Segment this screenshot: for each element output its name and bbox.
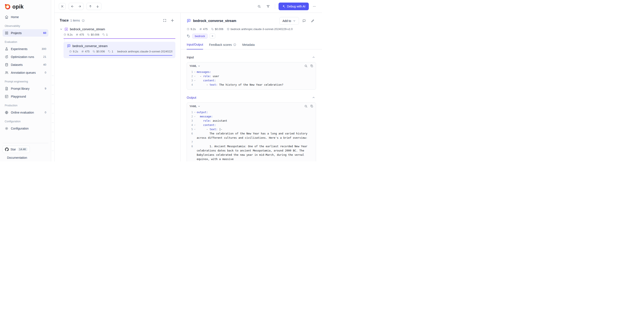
- fold-chevron-icon[interactable]: [193, 123, 197, 127]
- coins-icon: [87, 33, 90, 36]
- sidebar-item-experiments[interactable]: Experiments 300: [2, 45, 48, 53]
- nav-section-evaluation: Evaluation: [5, 40, 46, 44]
- coins-icon: [92, 50, 95, 53]
- sidebar-item-projects[interactable]: Projects 60: [2, 29, 48, 37]
- detail-tags-row: bedrock: [187, 34, 316, 38]
- chevron-up-icon: [312, 56, 315, 59]
- sidebar-item-label: Annotation queues: [11, 71, 36, 74]
- copy-icon[interactable]: [310, 104, 313, 108]
- next-trace-button[interactable]: [76, 3, 83, 10]
- edit-button[interactable]: [309, 18, 316, 24]
- line-number: 8: [190, 144, 193, 161]
- tab-input-output[interactable]: Input/Output: [187, 43, 203, 50]
- sidebar-item-online-evaluation[interactable]: Online evaluation 0: [2, 109, 48, 116]
- chevron-down-icon[interactable]: [60, 28, 63, 31]
- add-tag-button[interactable]: [210, 34, 215, 38]
- tab-metadata[interactable]: Metadata: [242, 43, 255, 49]
- brand-logo[interactable]: opik: [2, 3, 48, 13]
- sparkle-icon: [282, 5, 285, 8]
- content-area: Trace 1 items: [54, 13, 322, 162]
- sidebar-item-count: 0: [45, 71, 46, 74]
- panel-resize-rail[interactable]: [51, 0, 54, 162]
- comments-button[interactable]: [301, 18, 308, 24]
- sidebar-item-optimization-runs[interactable]: Optimization runs 21: [2, 53, 48, 60]
- code-line: 2 - role: user: [190, 74, 313, 78]
- sidebar-item-home[interactable]: Home: [2, 13, 48, 21]
- line-number: 2: [190, 114, 193, 119]
- search-icon: [258, 5, 261, 8]
- more-actions-button[interactable]: [311, 3, 318, 10]
- expand-all-button[interactable]: [162, 18, 168, 24]
- span-row-selected[interactable]: bedrock_converse_stream 9.2s 475: [64, 42, 176, 58]
- clock-icon: [187, 28, 190, 30]
- tag-chip-bedrock[interactable]: bedrock: [192, 34, 208, 38]
- trace-tree-actions: [162, 18, 176, 24]
- tab-feedback-scores[interactable]: Feedback scores: [209, 43, 236, 49]
- duration-metric: 9.2s: [64, 33, 73, 36]
- tag-icon: [108, 50, 110, 53]
- previous-trace-button[interactable]: [69, 3, 76, 10]
- output-yaml: 1 output: 2 message: 3: [187, 109, 316, 162]
- sidebar-item-annotation-queues[interactable]: Annotation queues 0: [2, 69, 48, 76]
- optimization-runs-icon: [5, 55, 8, 59]
- trace-panel-header: Trace 1 items: [60, 18, 176, 24]
- code-line: 4 content:: [190, 123, 313, 127]
- copy-icon[interactable]: [310, 64, 313, 68]
- trace-panel-title: Trace: [60, 18, 68, 22]
- sidebar-item-prompt-library[interactable]: Prompt library 9: [2, 85, 48, 92]
- line-number: 5: [190, 127, 193, 132]
- app-root: opik Home Observability Projects 60 Eval…: [0, 0, 322, 162]
- debug-with-ai-button[interactable]: Debug with AI: [278, 2, 309, 10]
- fold-chevron-icon[interactable]: [193, 114, 197, 119]
- input-yaml: 1 messages: 2 - role: user 3: [187, 69, 316, 90]
- trace-root-metadata: 9.2s 475 $0.006 1: [64, 33, 176, 36]
- sidebar-item-playground[interactable]: Playground: [2, 93, 48, 100]
- nav-section-production: Production: [5, 104, 46, 107]
- input-code-header: YAML: [187, 62, 316, 69]
- up-down-group: [86, 3, 102, 10]
- focus-selected-button[interactable]: [170, 18, 176, 24]
- collapse-input-button[interactable]: [311, 54, 316, 60]
- filter-button[interactable]: [265, 3, 272, 10]
- sidebar-item-documentation[interactable]: Documentation: [2, 156, 48, 159]
- trace-type-icon: [64, 27, 68, 31]
- tokens-metric: 475: [76, 33, 84, 36]
- fold-chevron-icon[interactable]: [193, 74, 197, 78]
- add-to-button[interactable]: Add to: [280, 17, 299, 25]
- filter-icon: [266, 5, 270, 8]
- trace-duration-bar: [64, 38, 176, 39]
- home-icon: [5, 15, 8, 19]
- hash-icon: [76, 33, 78, 36]
- sidebar-item-label: Configuration: [11, 127, 28, 130]
- format-select[interactable]: YAML: [190, 64, 200, 68]
- sidebar-item-datasets[interactable]: Datasets 40: [2, 61, 48, 68]
- code-line: 7: [190, 140, 313, 144]
- nav-section-configuration: Configuration: [5, 120, 46, 123]
- sidebar-item-label: Projects: [11, 31, 22, 35]
- github-star-button[interactable]: Star 14.4K: [2, 146, 30, 153]
- fold-chevron-icon[interactable]: [193, 70, 197, 74]
- trace-row-root[interactable]: bedrock_converse_stream: [60, 27, 176, 31]
- search-icon[interactable]: [304, 64, 308, 68]
- output-code-header: YAML: [187, 103, 316, 109]
- trace-name: bedrock_converse_stream: [70, 28, 105, 31]
- search-button[interactable]: [256, 3, 262, 10]
- close-button[interactable]: [59, 3, 66, 10]
- next-span-button[interactable]: [94, 3, 101, 10]
- focus-icon: [171, 19, 174, 22]
- fold-chevron-icon[interactable]: [193, 110, 197, 114]
- fold-chevron-icon[interactable]: [193, 78, 197, 83]
- documentation-label: Documentation: [7, 156, 27, 159]
- collapse-output-button[interactable]: [311, 95, 316, 100]
- tokens-metric: 475: [199, 28, 208, 31]
- sidebar-item-configuration[interactable]: Configuration: [2, 125, 48, 132]
- format-select[interactable]: YAML: [190, 104, 200, 108]
- prev-next-group: [68, 3, 84, 10]
- fold-chevron-icon[interactable]: [193, 127, 197, 132]
- search-icon[interactable]: [304, 104, 308, 108]
- add-to-label: Add to: [282, 19, 291, 22]
- line-number: 4: [190, 83, 193, 87]
- sidebar-item-count: 9: [45, 87, 46, 90]
- code-line: 1 output:: [190, 110, 313, 114]
- previous-span-button[interactable]: [87, 3, 94, 10]
